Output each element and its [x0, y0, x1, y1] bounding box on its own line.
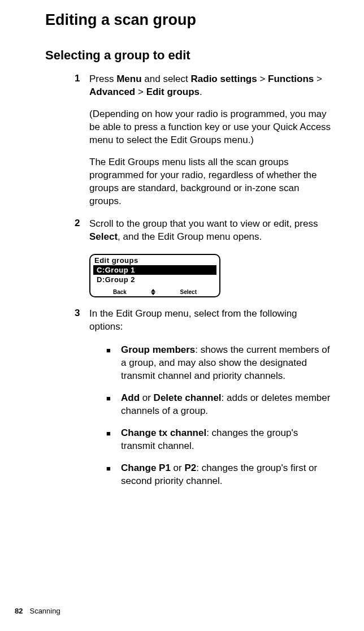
bullet-text: Add or Delete channel: adds or deletes m…	[121, 392, 331, 418]
list-item: ■ Group members: shows the current membe…	[106, 344, 331, 383]
step-paragraph: Scroll to the group that you want to vie…	[89, 218, 331, 244]
arrow-up-icon	[151, 289, 155, 292]
step-3: 3 In the Edit Group menu, select from th…	[75, 308, 331, 334]
list-item: ■ Change tx channel: changes the group's…	[106, 427, 331, 453]
heading-2: Selecting a group to edit	[45, 48, 331, 63]
square-bullet-icon: ■	[106, 462, 121, 488]
bullet-text: Group members: shows the current members…	[121, 344, 331, 383]
step-paragraph: Press Menu and select Radio settings > F…	[89, 73, 331, 99]
step-number: 3	[75, 308, 89, 334]
square-bullet-icon: ■	[106, 427, 121, 453]
section-name: Scanning	[29, 607, 60, 615]
bold-edit-groups: Edit groups	[146, 87, 200, 97]
display-softkey-row: Back Select	[90, 289, 219, 296]
square-bullet-icon: ■	[106, 392, 121, 418]
list-item: ■ Change P1 or P2: changes the group's f…	[106, 462, 331, 488]
bullet-text: Change P1 or P2: changes the group's fir…	[121, 462, 331, 488]
step-number: 2	[75, 218, 89, 244]
step-paragraph: (Depending on how your radio is programm…	[89, 108, 331, 147]
radio-display-illustration: Edit groups C:Group 1 D:Group 2 Back Sel…	[89, 254, 220, 297]
bullet-list: ■ Group members: shows the current membe…	[106, 344, 331, 487]
list-item: ■ Add or Delete channel: adds or deletes…	[106, 392, 331, 418]
step-body: Scroll to the group that you want to vie…	[89, 218, 331, 244]
bold-menu: Menu	[116, 74, 141, 84]
step-paragraph: The Edit Groups menu lists all the scan …	[89, 156, 331, 208]
step-1: 1 Press Menu and select Radio settings >…	[75, 73, 331, 208]
softkey-select: Select	[180, 289, 197, 295]
bold-select: Select	[89, 231, 118, 242]
bold-functions: Functions	[268, 74, 314, 84]
step-number: 1	[75, 73, 89, 208]
bold-radio-settings: Radio settings	[191, 74, 257, 84]
step-2: 2 Scroll to the group that you want to v…	[75, 218, 331, 244]
softkey-back: Back	[113, 289, 127, 295]
display-title: Edit groups	[90, 255, 219, 265]
step-body: Press Menu and select Radio settings > F…	[89, 73, 331, 208]
display-selected-line: C:Group 1	[93, 265, 216, 275]
page-number: 82	[15, 607, 23, 615]
step-paragraph: In the Edit Group menu, select from the …	[89, 308, 331, 334]
page-footer: 82Scanning	[15, 607, 60, 615]
display-line: D:Group 2	[90, 275, 219, 284]
updown-arrows-icon	[151, 289, 155, 295]
square-bullet-icon: ■	[106, 344, 121, 383]
step-body: In the Edit Group menu, select from the …	[89, 308, 331, 334]
arrow-down-icon	[151, 292, 155, 295]
page-body: Editing a scan group Selecting a group t…	[0, 0, 364, 488]
bold-advanced: Advanced	[89, 87, 135, 97]
bullet-text: Change tx channel: changes the group's t…	[121, 427, 331, 453]
heading-1: Editing a scan group	[45, 11, 331, 29]
